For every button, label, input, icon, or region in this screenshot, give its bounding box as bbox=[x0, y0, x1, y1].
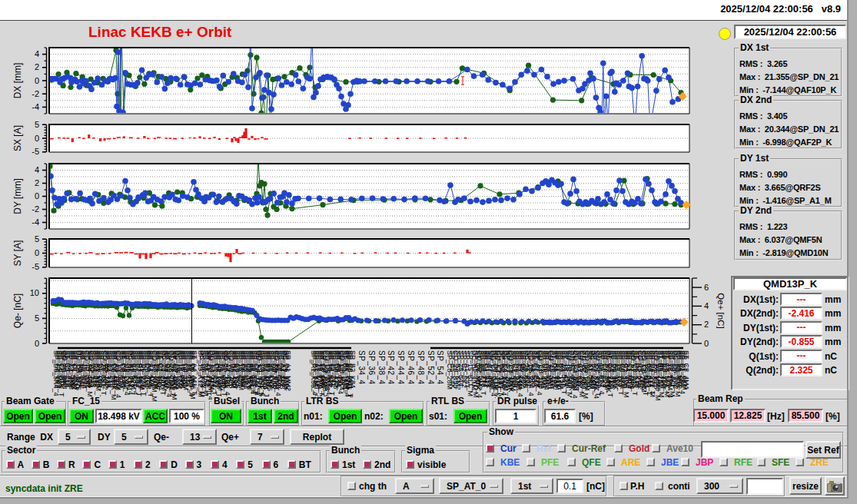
svg-text:SP_36_4: SP_36_4 bbox=[367, 350, 376, 385]
svg-text:0: 0 bbox=[35, 76, 39, 85]
svg-text:-5: -5 bbox=[32, 262, 39, 271]
svg-text:-2: -2 bbox=[32, 204, 39, 214]
svg-text:DY [mm]: DY [mm] bbox=[12, 178, 23, 214]
svg-text:-4: -4 bbox=[32, 217, 39, 227]
svg-text:5: 5 bbox=[35, 120, 39, 129]
svg-text:SP_44_4: SP_44_4 bbox=[397, 350, 405, 385]
svg-text:4: 4 bbox=[35, 165, 39, 174]
svg-text:0: 0 bbox=[35, 191, 39, 201]
svg-text:0: 0 bbox=[35, 339, 39, 348]
svg-text:6: 6 bbox=[704, 283, 709, 292]
svg-text:2: 2 bbox=[704, 320, 709, 329]
svg-text:SX [A]: SX [A] bbox=[12, 125, 23, 151]
svg-text:2: 2 bbox=[35, 62, 39, 71]
svg-text:2: 2 bbox=[35, 178, 39, 187]
svg-text:SP_48_4: SP_48_4 bbox=[417, 350, 425, 385]
svg-text:SY [A]: SY [A] bbox=[12, 240, 23, 267]
svg-text:SP_38_4: SP_38_4 bbox=[377, 350, 386, 385]
svg-text:5: 5 bbox=[35, 234, 39, 244]
svg-text:-2: -2 bbox=[32, 89, 39, 98]
svg-text:5: 5 bbox=[35, 313, 39, 323]
svg-text:10: 10 bbox=[30, 288, 39, 297]
svg-text:0: 0 bbox=[35, 248, 39, 257]
svg-text:Qe- [nC]: Qe- [nC] bbox=[12, 293, 23, 328]
svg-text:4: 4 bbox=[35, 49, 39, 58]
svg-text:SP_52_4: SP_52_4 bbox=[427, 350, 435, 385]
svg-text:0: 0 bbox=[35, 134, 39, 143]
svg-text:SP_46_4: SP_46_4 bbox=[407, 350, 415, 385]
svg-text:SP_54_4: SP_54_4 bbox=[436, 350, 444, 385]
svg-text:ST_C8_4M4: ST_C8_4M4 bbox=[683, 350, 690, 390]
svg-text:SP_A1_MM2: SP_A1_MM2 bbox=[284, 350, 292, 391]
svg-text:-5: -5 bbox=[32, 147, 39, 156]
svg-text:-4: -4 bbox=[32, 102, 39, 111]
svg-text:4: 4 bbox=[704, 301, 709, 310]
svg-text:SP_34_4: SP_34_4 bbox=[357, 350, 366, 385]
svg-text:DX [mm]: DX [mm] bbox=[12, 63, 23, 99]
svg-text:SP_B2_K84: SP_B2_K84 bbox=[349, 350, 357, 388]
svg-text:Qe+ [nC]: Qe+ [nC] bbox=[716, 293, 726, 328]
svg-text:0: 0 bbox=[704, 339, 709, 348]
svg-text:SP_42_4: SP_42_4 bbox=[387, 350, 395, 385]
